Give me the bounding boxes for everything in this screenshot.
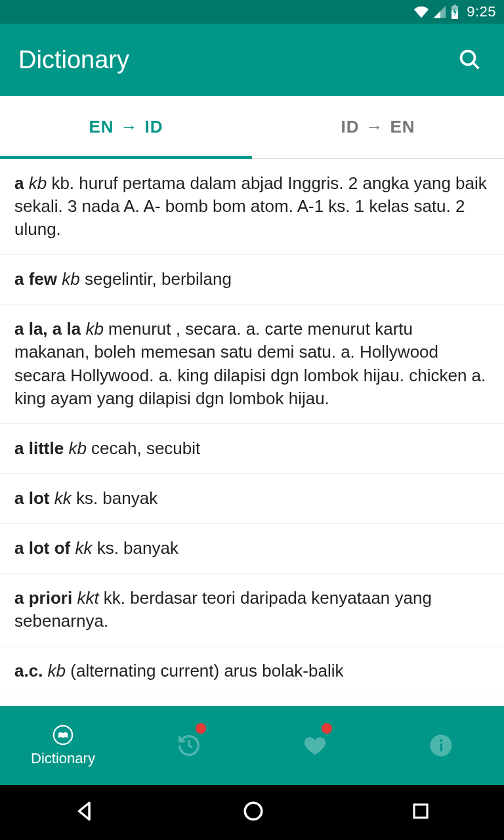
svg-point-5 — [440, 739, 443, 742]
status-bar: 9:25 — [0, 0, 504, 24]
svg-point-0 — [461, 51, 475, 65]
entry-def: segelintir, berbilang — [80, 269, 232, 289]
entry-pos: kb — [85, 319, 103, 339]
list-item[interactable]: a lot kk ks. banyak — [0, 474, 504, 524]
entry-pos: kb — [68, 438, 86, 458]
entry-term: a lot — [14, 488, 49, 508]
search-icon — [458, 48, 482, 72]
recent-apps-button[interactable] — [411, 801, 430, 824]
list-item[interactable]: a.d. kkt [Anno Domini] T.M. [Tarich Mase… — [0, 696, 504, 706]
tab-en-id-from: EN — [89, 117, 114, 137]
svg-rect-7 — [414, 805, 427, 818]
entry-term: a.c. — [14, 661, 43, 681]
list-item[interactable]: a priori kkt kk. berdasar teori daripada… — [0, 574, 504, 646]
nav-dictionary-label: Dictionary — [31, 750, 95, 767]
nav-info[interactable] — [378, 706, 504, 785]
list-item[interactable]: a few kb segelintir, berbilang — [0, 255, 504, 304]
entry-def: cecah, secubit — [87, 438, 200, 458]
heart-icon — [303, 733, 327, 758]
entry-def: ks. banyak — [92, 538, 178, 558]
entry-term: a lot of — [14, 538, 70, 558]
svg-rect-4 — [440, 744, 443, 751]
entry-term: a few — [14, 269, 57, 289]
notification-badge — [322, 723, 332, 734]
tab-id-en[interactable]: ID → EN — [252, 96, 504, 158]
entry-def: ks. banyak — [72, 488, 158, 508]
entry-list[interactable]: a kb kb. huruf pertama dalam abjad Inggr… — [0, 159, 504, 706]
list-item[interactable]: a la, a la kb menurut , secara. a. carte… — [0, 304, 504, 423]
entry-def: (alternating current) arus bolak-balik — [66, 661, 343, 681]
wifi-icon — [413, 5, 430, 19]
entry-pos: kb — [48, 661, 66, 681]
svg-line-1 — [473, 63, 479, 69]
search-button[interactable] — [454, 44, 486, 75]
back-button[interactable] — [74, 800, 96, 825]
book-icon — [52, 724, 74, 746]
entry-pos: kkt — [77, 588, 98, 608]
info-icon — [429, 734, 453, 757]
notification-badge — [196, 723, 206, 734]
nav-favorites[interactable] — [252, 706, 378, 785]
entry-term: a little — [14, 438, 64, 458]
bottom-nav: Dictionary — [0, 706, 504, 785]
direction-tabs: EN → ID ID → EN — [0, 96, 504, 159]
tab-en-id[interactable]: EN → ID — [0, 96, 252, 158]
status-time: 9:25 — [467, 3, 496, 20]
home-button[interactable] — [242, 800, 264, 825]
nav-dictionary[interactable]: Dictionary — [0, 706, 126, 785]
list-item[interactable]: a.c. kb (alternating current) arus bolak… — [0, 646, 504, 696]
list-item[interactable]: a kb kb. huruf pertama dalam abjad Inggr… — [0, 159, 504, 255]
signal-icon — [432, 5, 447, 19]
svg-point-6 — [245, 803, 262, 820]
android-nav-bar — [0, 785, 504, 840]
arrow-icon: → — [121, 117, 138, 137]
entry-pos: kk — [54, 488, 72, 508]
battery-charging-icon — [450, 4, 460, 20]
list-item[interactable]: a lot of kk ks. banyak — [0, 524, 504, 574]
tab-id-en-to: EN — [390, 117, 415, 137]
entry-pos: kb — [29, 173, 47, 193]
tab-en-id-to: ID — [145, 117, 163, 137]
entry-term: a — [14, 173, 24, 193]
tab-id-en-from: ID — [341, 117, 359, 137]
nav-history[interactable] — [126, 706, 252, 785]
list-item[interactable]: a little kb cecah, secubit — [0, 424, 504, 474]
app-title: Dictionary — [18, 46, 129, 74]
entry-pos: kk — [75, 538, 92, 558]
app-bar: Dictionary — [0, 24, 504, 96]
entry-pos: kb — [62, 269, 79, 289]
history-icon — [177, 733, 201, 758]
entry-term: a priori — [14, 588, 72, 608]
entry-term: a la, a la — [14, 319, 81, 339]
entry-def: kb. huruf pertama dalam abjad Inggris. 2… — [14, 173, 487, 239]
arrow-icon: → — [366, 117, 383, 137]
